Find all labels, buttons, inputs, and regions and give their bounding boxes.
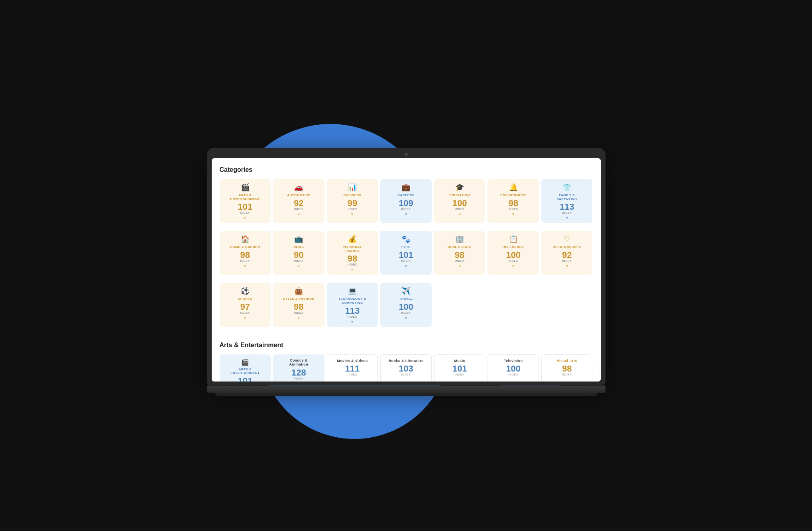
sports-index-label: INDEX: [240, 311, 250, 314]
home-index-label: INDEX: [240, 260, 250, 262]
sub-card-movies[interactable]: Movies & Videos 111 INDEX: [327, 354, 378, 382]
home-icon: 🏠: [241, 235, 250, 244]
business-index: 99: [348, 199, 357, 208]
tech-index: 113: [345, 307, 360, 315]
sub-movies-label: INDEX: [330, 373, 376, 376]
sub-comics-name: Comics &Animation: [275, 358, 322, 367]
pets-chevron: ∨: [405, 264, 407, 268]
environment-name: ENVIRONMENT: [500, 193, 526, 197]
sports-name: SPORTS: [238, 297, 252, 301]
pets-index-label: INDEX: [401, 260, 411, 262]
reference-name: REFERENCE: [503, 245, 524, 249]
home-index: 98: [240, 251, 250, 260]
sub-card-visualarts[interactable]: Visual Arts 98 INDEX: [541, 354, 593, 382]
tech-chevron: ∨: [351, 320, 354, 324]
category-card-arts[interactable]: 🎬 ARTS &ENTERTAINMENT 101 INDEX ∨: [220, 179, 271, 223]
category-card-style[interactable]: 👜 STYLE & FASHION 98 INDEX ∨: [273, 283, 324, 326]
sub-card-television[interactable]: Television 100 INDEX: [488, 354, 539, 382]
travel-icon: ✈️: [401, 287, 410, 295]
sub-card-comics[interactable]: Comics &Animation 128 INDEX: [273, 354, 324, 382]
relationships-icon: ♡: [564, 235, 570, 244]
sub-visualarts-num: 98: [544, 364, 590, 373]
news-index: 90: [294, 251, 303, 260]
style-icon: 👜: [294, 287, 303, 295]
laptop-camera: [405, 153, 408, 156]
sub-music-name: Music: [437, 359, 483, 363]
style-index: 98: [294, 303, 303, 311]
sub-arts-num: 101: [222, 377, 269, 382]
category-card-home[interactable]: 🏠 HOME & GARDEN 98 INDEX ∨: [220, 231, 271, 275]
personalfinance-index: 98: [348, 254, 357, 263]
careers-name: CAREERS: [397, 193, 415, 197]
laptop-foot: [215, 393, 598, 396]
automotive-icon: 🚗: [294, 183, 303, 192]
news-icon: 📺: [294, 235, 303, 244]
category-card-news[interactable]: 📺 NEWS 90 INDEX ∨: [273, 231, 324, 275]
laptop-base: [207, 385, 606, 393]
personalfinance-icon: 💰: [348, 235, 357, 244]
category-card-automotive[interactable]: 🚗 AUTOMOTIVE 92 INDEX ∨: [273, 179, 324, 223]
category-card-pets[interactable]: 🐾 PETS 101 INDEX ∨: [380, 231, 432, 275]
category-card-education[interactable]: 🎓 EDUCATION 100 INDEX ∨: [434, 179, 486, 223]
sub-books-label: INDEX: [383, 373, 429, 376]
arts-chevron: ∨: [244, 216, 246, 220]
category-card-personalfinance[interactable]: 💰 PERSONALFINANCE 98 INDEX ∨: [327, 231, 378, 275]
category-card-environment[interactable]: 🔔 ENVIRONMENT 98 INDEX ∨: [488, 179, 539, 223]
subcategories-grid: 🎬 ARTS &ENTERTAINMENT 101 Comics &Animat…: [220, 354, 593, 382]
screen-content: Categories 🎬 ARTS &ENTERTAINMENT 101 IND…: [212, 158, 601, 382]
relationships-index: 92: [562, 251, 572, 260]
sub-television-name: Television: [490, 359, 536, 363]
education-icon: 🎓: [455, 183, 464, 192]
sub-books-num: 103: [383, 364, 429, 373]
education-index-label: INDEX: [455, 208, 464, 210]
pets-name: PETS: [401, 245, 411, 249]
reference-chevron: ∨: [512, 264, 515, 268]
relationships-name: RELATIONSHIPS: [553, 245, 581, 249]
category-card-travel[interactable]: ✈️ TRAVEL 100 INDEX ∨: [380, 283, 432, 326]
category-card-relationships[interactable]: ♡ RELATIONSHIPS 92 INDEX ∨: [541, 231, 593, 275]
category-card-family[interactable]: 👕 FAMILY &PARENTING 113 INDEX ∨: [541, 179, 593, 223]
category-card-careers[interactable]: 💼 CAREERS 109 INDEX ∨: [380, 179, 432, 223]
categories-grid-row1: 🎬 ARTS &ENTERTAINMENT 101 INDEX ∨ 🚗 AUTO…: [220, 179, 593, 223]
realestate-index: 98: [455, 251, 464, 260]
tech-icon: 💻: [348, 287, 357, 295]
sub-card-arts-main[interactable]: 🎬 ARTS &ENTERTAINMENT 101: [220, 354, 271, 382]
business-chevron: ∨: [351, 212, 354, 216]
sub-card-books[interactable]: Books & Literature 103 INDEX: [380, 354, 432, 382]
environment-index-label: INDEX: [509, 208, 518, 210]
automotive-index-label: INDEX: [294, 208, 303, 210]
style-index-label: INDEX: [294, 311, 303, 314]
education-name: EDUCATION: [449, 193, 470, 197]
family-index-label: INDEX: [562, 211, 572, 214]
categories-grid-row3: ⚽ SPORTS 97 INDEX ∨ 👜 STYLE & FASHION 98…: [220, 283, 593, 326]
arts-index-label: INDEX: [240, 211, 250, 214]
automotive-chevron: ∨: [297, 212, 300, 216]
travel-name: TRAVEL: [399, 297, 413, 301]
sports-chevron: ∨: [244, 316, 246, 320]
family-index: 113: [560, 203, 574, 211]
category-card-reference[interactable]: 📋 REFERENCE 100 INDEX ∨: [488, 231, 539, 275]
reference-index-label: INDEX: [509, 260, 518, 262]
categories-grid-row2: 🏠 HOME & GARDEN 98 INDEX ∨ 📺 NEWS 90 IND…: [220, 231, 593, 275]
realestate-index-label: INDEX: [455, 260, 464, 262]
business-icon: 📊: [348, 183, 357, 192]
category-card-tech[interactable]: 💻 TECHNOLOGY &COMPUTING 113 INDEX ∨: [327, 283, 378, 326]
sub-comics-num: 128: [275, 368, 322, 377]
laptop: Categories 🎬 ARTS &ENTERTAINMENT 101 IND…: [207, 148, 606, 399]
section-divider: [220, 335, 593, 335]
arts-icon: 🎬: [241, 183, 250, 192]
news-chevron: ∨: [297, 264, 300, 268]
environment-chevron: ∨: [512, 212, 515, 216]
category-card-realestate[interactable]: 🏢 REAL ESTATE 98 INDEX ∨: [434, 231, 486, 275]
sub-card-music[interactable]: Music 101 INDEX: [434, 354, 486, 382]
arts-name: ARTS &ENTERTAINMENT: [230, 193, 260, 201]
category-card-sports[interactable]: ⚽ SPORTS 97 INDEX ∨: [220, 283, 271, 326]
pets-icon: 🐾: [401, 235, 410, 244]
personalfinance-index-label: INDEX: [348, 263, 357, 266]
category-card-business[interactable]: 📊 BUSINESS 99 INDEX ∨: [327, 179, 378, 223]
sub-television-label: INDEX: [490, 373, 536, 376]
reference-index: 100: [506, 251, 521, 260]
business-index-label: INDEX: [348, 208, 357, 210]
family-chevron: ∨: [566, 216, 568, 220]
scene: Categories 🎬 ARTS &ENTERTAINMENT 101 IND…: [187, 116, 625, 415]
